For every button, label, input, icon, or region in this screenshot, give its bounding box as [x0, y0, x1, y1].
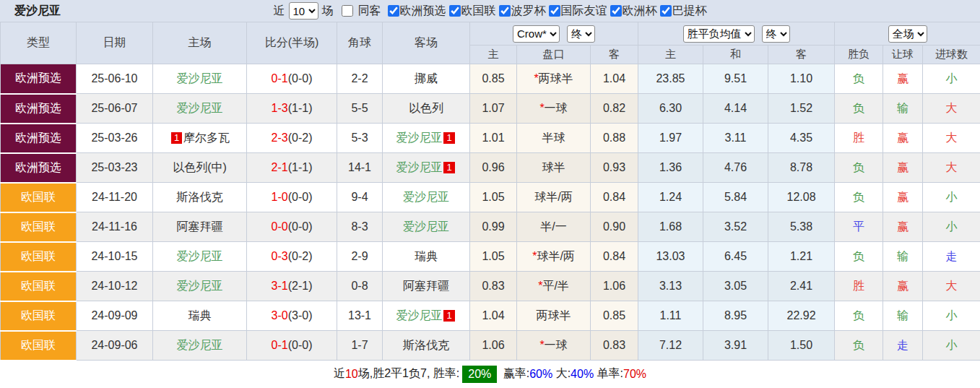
handicap-cell: 球半	[517, 153, 591, 183]
avg-stage-select[interactable]: 终	[762, 25, 790, 43]
home-team-name: 以色列(中)	[173, 161, 227, 173]
league-filter-checkbox[interactable]	[499, 5, 511, 17]
avg-lose-odds: 4.35	[768, 124, 835, 153]
subcol-handicap: 盘口	[517, 46, 591, 64]
away-odds: 0.85	[591, 301, 638, 331]
odds-company-select[interactable]: Crow*	[513, 25, 560, 43]
col-header-type: 类型	[1, 22, 77, 64]
summary-text: 单率:	[594, 366, 623, 381]
home-team: 瑞典	[153, 301, 247, 331]
away-odds: 0.84	[591, 242, 638, 272]
avg-lose-odds: 22.92	[768, 301, 835, 331]
away-team-name: 瑞典	[415, 250, 438, 262]
same-away-label: 同客	[358, 4, 381, 19]
away-team-name: 爱沙尼亚	[403, 191, 449, 203]
league-filter-item[interactable]: 国际友谊	[546, 4, 607, 19]
avg-draw-odds: 3.05	[703, 272, 768, 301]
matches-table: 类型 日期 主场 比分(半场) 角球 客场 Crow* 终 胜	[0, 22, 980, 361]
col-header-date: 日期	[77, 22, 153, 64]
match-row: 欧国联24-11-16阿塞拜疆0-0(0-0)8-3爱沙尼亚0.99半/一0.9…	[1, 212, 980, 242]
avg-lose-odds: 1.52	[768, 94, 835, 124]
goals-result-indicator: 大	[923, 153, 980, 183]
away-team-name: 爱沙尼亚	[396, 161, 442, 173]
home-team-name: 摩尔多瓦	[183, 132, 230, 144]
handicap-cell: 半球	[517, 124, 591, 153]
score-cell: 3-1(2-1)	[247, 272, 337, 301]
goals-result-indicator: 小	[923, 64, 980, 94]
league-filter-item[interactable]: 欧国联	[446, 4, 496, 19]
avg-type-select[interactable]: 胜平负均值	[683, 25, 755, 43]
avg-lose-odds: 8.78	[768, 153, 835, 183]
away-team-name: 爱沙尼亚	[403, 220, 449, 233]
match-date: 25-03-26	[77, 124, 153, 153]
corner-score: 2-2	[337, 64, 383, 94]
result-indicator: 负	[835, 94, 883, 124]
result-indicator: 负	[835, 153, 883, 183]
odds-stage-select[interactable]: 终	[567, 25, 595, 43]
full-time-score: 1-3	[272, 102, 288, 114]
match-date: 24-10-15	[77, 242, 153, 272]
corner-score: 5-3	[337, 124, 383, 153]
home-odds: 1.01	[470, 124, 517, 153]
away-odds: 0.84	[591, 183, 638, 212]
home-team-name: 爱沙尼亚	[177, 72, 223, 85]
match-row: 欧洲预选25-03-261摩尔多瓦2-3(0-2)5-3爱沙尼亚11.01半球0…	[1, 124, 980, 153]
home-team-name: 爱沙尼亚	[177, 280, 223, 292]
avg-win-odds: 1.36	[638, 153, 703, 183]
league-filter-checkbox[interactable]	[449, 5, 461, 17]
scope-select[interactable]: 全场	[888, 25, 927, 43]
corner-score: 1-7	[337, 331, 383, 361]
goals-result-indicator: 大	[923, 94, 980, 124]
result-indicator: 负	[835, 64, 883, 94]
league-filter-item[interactable]: 欧洲预选	[385, 4, 446, 19]
away-odds: 1.04	[591, 64, 638, 94]
full-time-score: 2-1	[272, 161, 288, 173]
league-filter-checkbox[interactable]	[610, 5, 622, 17]
home-team-name: 斯洛伐克	[177, 191, 223, 203]
away-team: 斯洛伐克	[383, 331, 470, 361]
away-odds: 0.88	[591, 124, 638, 153]
handicap-result-indicator: 赢	[883, 153, 923, 183]
handicap-result-indicator: 输	[883, 242, 923, 272]
home-team-name: 爱沙尼亚	[177, 102, 223, 114]
away-team: 爱沙尼亚	[383, 212, 470, 242]
top-bar: 爱沙尼亚 近 10 场 同客 欧洲预选欧国联波罗杯国际友谊欧洲杯巴提杯	[0, 0, 980, 22]
same-away-checkbox[interactable]	[342, 5, 353, 17]
avg-lose-odds: 12.08	[768, 183, 835, 212]
league-filter-checkbox[interactable]	[549, 5, 560, 17]
avg-draw-odds: 5.84	[703, 183, 768, 212]
away-odds: 1.06	[591, 272, 638, 301]
red-card-badge: 1	[171, 132, 182, 144]
league-filter-item[interactable]: 欧洲杯	[607, 4, 657, 19]
league-filter-item[interactable]: 波罗杯	[496, 4, 546, 19]
league-type-cell: 欧国联	[1, 331, 77, 361]
subcol-odds-away: 客	[591, 46, 638, 64]
match-row: 欧洲预选25-06-07爱沙尼亚1-3(1-1)5-5以色列1.07*一球0.8…	[1, 94, 980, 124]
avg-win-odds: 23.85	[638, 64, 703, 94]
handicap-cell: 两球半	[517, 301, 591, 331]
league-filter-checkbox[interactable]	[388, 5, 399, 17]
home-team: 爱沙尼亚	[153, 242, 247, 272]
league-filter-item[interactable]: 巴提杯	[657, 4, 707, 19]
subcol-avg-draw: 和	[703, 46, 768, 64]
home-odds: 1.07	[470, 94, 517, 124]
home-team: 爱沙尼亚	[153, 94, 247, 124]
summary-text: 40%	[571, 368, 594, 381]
handicap-star: *	[534, 72, 538, 85]
handicap-cell: 球半/两	[517, 183, 591, 212]
summary-text: 近	[334, 366, 345, 381]
col-header-home: 主场	[153, 22, 247, 64]
handicap-star: *	[538, 280, 542, 292]
avg-lose-odds: 1.10	[768, 64, 835, 94]
col-header-corner: 角球	[337, 22, 383, 64]
avg-lose-odds: 5.38	[768, 212, 835, 242]
home-odds: 0.99	[470, 212, 517, 242]
recent-games-select[interactable]: 10	[289, 2, 318, 20]
corner-score: 0-8	[337, 272, 383, 301]
odds-dropdown-cell: Crow* 终	[470, 22, 638, 46]
home-team-name: 爱沙尼亚	[177, 339, 223, 351]
league-filter-checkbox[interactable]	[660, 5, 672, 17]
home-odds: 1.04	[470, 301, 517, 331]
away-team: 瑞典	[383, 242, 470, 272]
half-time-score: (0-0)	[288, 72, 313, 85]
